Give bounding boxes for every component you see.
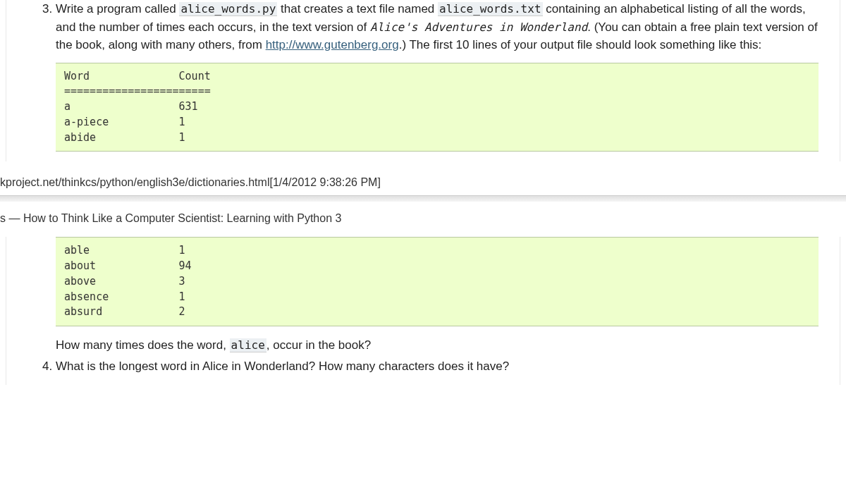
output-sample-block-2: able 1 about 94 above 3 absence 1 absurd… <box>56 237 819 326</box>
exercise-item-4: What is the longest word in Alice in Won… <box>56 357 840 379</box>
page-top-section: Write a program called alice_words.py th… <box>6 0 840 161</box>
text-segment: Write a program called <box>56 2 179 16</box>
gutenberg-link[interactable]: http://www.gutenberg.org <box>266 38 399 51</box>
text-segment: What is the longest word in Alice in Won… <box>56 359 509 373</box>
code-filename-py: alice_words.py <box>179 2 277 16</box>
page-header-title: s — How to Think Like a Computer Scienti… <box>0 206 846 237</box>
text-segment: .) The first 10 lines of your output fil… <box>399 38 762 51</box>
text-segment: How many times does the word, <box>56 338 230 352</box>
exercise-3-question: How many times does the word, alice, occ… <box>56 336 819 355</box>
page-footer-url: kproject.net/thinkcs/python/english3e/di… <box>0 161 846 195</box>
output-sample-block-1: Word Count ======================= a 631… <box>56 63 819 152</box>
text-segment: , occur in the book? <box>266 338 371 352</box>
code-word-alice: alice <box>230 338 266 352</box>
text-segment: that creates a text file named <box>277 2 438 16</box>
page-bottom-section: able 1 about 94 above 3 absence 1 absurd… <box>6 237 840 385</box>
book-title: Alice's Adventures in Wonderland <box>370 20 587 34</box>
exercise-item-3-continued: able 1 about 94 above 3 absence 1 absurd… <box>56 237 840 357</box>
page-divider <box>0 195 846 202</box>
code-filename-txt: alice_words.txt <box>438 2 543 16</box>
exercise-item-3: Write a program called alice_words.py th… <box>56 0 840 154</box>
